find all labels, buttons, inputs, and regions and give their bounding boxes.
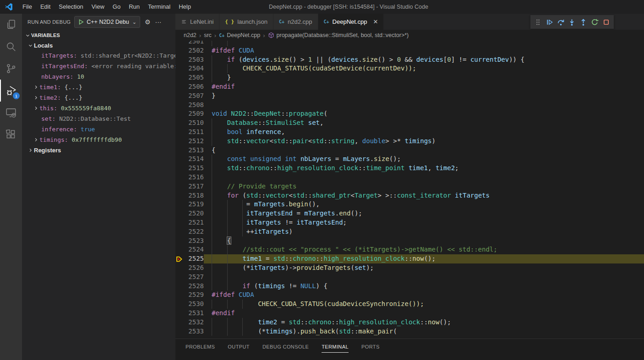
tab-DeepNet.cpp[interactable]: C+DeepNet.cpp✕	[318, 14, 384, 30]
glyph-margin[interactable]	[175, 164, 184, 173]
code-line[interactable]: 2520itTargetsEnd = mTargets.end();	[175, 209, 644, 218]
code-text[interactable]: {	[204, 236, 644, 246]
code-line[interactable]: 2507}	[175, 91, 644, 101]
gutter[interactable]: 2530	[175, 300, 204, 309]
step-over-button[interactable]	[556, 17, 566, 27]
code-text[interactable]: time2 = std::chrono::high_resolution_clo…	[204, 318, 644, 327]
glyph-margin[interactable]	[175, 118, 184, 128]
code-line[interactable]: 2516	[175, 173, 644, 182]
code-text[interactable]: // Provide targets	[204, 182, 644, 191]
menu-file[interactable]: File	[18, 0, 36, 14]
code-editor[interactable]: 25012502#ifdef CUDA2503if (devices.size(…	[175, 41, 644, 339]
menu-run[interactable]: Run	[125, 0, 144, 14]
code-line[interactable]: 2519= mTargets.begin(),	[175, 200, 644, 209]
activity-remote-explorer-icon[interactable]	[0, 102, 22, 124]
code-line[interactable]: 2529#ifdef CUDA	[175, 290, 644, 300]
continue-button[interactable]	[544, 17, 554, 27]
step-into-button[interactable]	[567, 17, 577, 27]
glyph-margin[interactable]	[175, 263, 184, 273]
gutter[interactable]: 2516	[175, 173, 204, 182]
gutter[interactable]: 2503	[175, 55, 204, 64]
gutter[interactable]: 2506	[175, 82, 204, 91]
glyph-margin[interactable]	[175, 46, 184, 55]
glyph-margin[interactable]	[175, 318, 184, 327]
variable-row-nbLayers[interactable]: nbLayers: 10	[22, 71, 175, 82]
code-text[interactable]: = mTargets.begin(),	[204, 200, 644, 209]
activity-search-icon[interactable]	[0, 36, 22, 58]
code-text[interactable]: (*timings).push_back(std::make_pair(	[204, 327, 644, 336]
menu-help[interactable]: Help	[175, 0, 195, 14]
glyph-margin[interactable]	[175, 290, 184, 300]
variable-row-set[interactable]: set: N2D2::Database::Test	[22, 113, 175, 124]
menu-selection[interactable]: Selection	[55, 0, 87, 14]
code-text[interactable]: CHECK_CUDA_STATUS(cudaSetDevice(currentD…	[204, 64, 644, 73]
variable-row-inference[interactable]: inference: true	[22, 124, 175, 134]
code-text[interactable]: #endif	[204, 82, 644, 91]
glyph-margin[interactable]	[175, 282, 184, 291]
glyph-margin[interactable]	[175, 273, 184, 282]
code-line[interactable]: 2525time1 = std::chrono::high_resolution…	[175, 254, 644, 263]
glyph-margin[interactable]	[175, 64, 184, 73]
code-text[interactable]: for (std::vector<std::shared_ptr<Target>…	[204, 191, 644, 200]
glyph-margin[interactable]	[175, 82, 184, 91]
glyph-margin[interactable]	[175, 155, 184, 164]
locals-scope-header[interactable]: Locals	[22, 40, 175, 50]
glyph-margin[interactable]	[175, 200, 184, 209]
gutter[interactable]: 2511	[175, 128, 204, 137]
activity-explorer-icon[interactable]	[0, 14, 22, 36]
code-line[interactable]: 2502#ifdef CUDA	[175, 46, 644, 55]
code-line[interactable]: 2514const unsigned int nbLayers = mLayer…	[175, 155, 644, 164]
code-text[interactable]: if (devices.size() > 1 || (devices.size(…	[204, 55, 644, 64]
activity-source-control-icon[interactable]	[0, 58, 22, 80]
code-line[interactable]: 2528if (timings != NULL) {	[175, 282, 644, 291]
gutter[interactable]: 2520	[175, 209, 204, 218]
code-text[interactable]: }	[204, 91, 644, 101]
gutter[interactable]: 2513	[175, 146, 204, 155]
code-text[interactable]: Database::StimuliSet set,	[204, 118, 644, 128]
activity-run-debug-icon[interactable]: 1	[0, 80, 22, 102]
code-line[interactable]: 2513{	[175, 146, 644, 155]
breakpoint-glyph[interactable]	[175, 254, 184, 263]
glyph-margin[interactable]	[175, 101, 184, 110]
gutter[interactable]: 2505	[175, 73, 204, 82]
code-text[interactable]: void N2D2::DeepNet::propagate(	[204, 109, 644, 118]
glyph-margin[interactable]	[175, 182, 184, 191]
code-text[interactable]: std::vector<std::pair<std::string, doubl…	[204, 137, 644, 146]
variable-row-itTargets[interactable]: itTargets: std::shared_ptr<N2D2::Targe…	[22, 50, 175, 61]
code-line[interactable]: 2503if (devices.size() > 1 || (devices.s…	[175, 55, 644, 64]
code-text[interactable]: (*itTargets)->provideTargets(set);	[204, 263, 644, 273]
glyph-margin[interactable]	[175, 191, 184, 200]
code-text[interactable]	[204, 173, 644, 182]
panel-tab-problems[interactable]: PROBLEMS	[186, 342, 215, 352]
code-text[interactable]: bool inference,	[204, 128, 644, 137]
menu-terminal[interactable]: Terminal	[144, 0, 175, 14]
tab-launch.json[interactable]: { }launch.json	[219, 14, 273, 30]
gutter[interactable]: 2512	[175, 137, 204, 146]
variable-row-time2[interactable]: time2: {...}	[22, 92, 175, 103]
restart-button[interactable]	[590, 17, 600, 27]
glyph-margin[interactable]	[175, 327, 184, 336]
gutter[interactable]: 2521	[175, 218, 204, 227]
chevron-right-icon[interactable]	[32, 105, 39, 112]
menu-edit[interactable]: Edit	[36, 0, 55, 14]
gutter[interactable]: 2529	[175, 290, 204, 300]
registers-scope-header[interactable]: Registers	[22, 145, 175, 155]
code-line[interactable]: 2527	[175, 273, 644, 282]
glyph-margin[interactable]	[175, 209, 184, 218]
launch-config-dropdown[interactable]: C++ N2D2 Debu ⌄	[74, 16, 140, 28]
gutter[interactable]: 2522	[175, 227, 204, 236]
code-text[interactable]: #ifdef CUDA	[204, 290, 644, 300]
drag-handle-icon[interactable]	[533, 17, 543, 27]
glyph-margin[interactable]	[175, 73, 184, 82]
code-text[interactable]: CHECK_CUDA_STATUS(cudaDeviceSynchronize(…	[204, 300, 644, 309]
variables-section-header[interactable]: VARIABLES	[22, 30, 175, 40]
activity-extensions-icon[interactable]	[0, 124, 22, 145]
code-line[interactable]: 2512std::vector<std::pair<std::string, d…	[175, 137, 644, 146]
menu-view[interactable]: View	[87, 0, 109, 14]
gutter[interactable]: 2525	[175, 254, 204, 263]
panel-tab-terminal[interactable]: TERMINAL	[322, 342, 349, 352]
variable-row-this[interactable]: this: 0x555559fa8840	[22, 103, 175, 113]
gutter[interactable]: 2508	[175, 101, 204, 110]
code-line[interactable]: 2530CHECK_CUDA_STATUS(cudaDeviceSynchron…	[175, 300, 644, 309]
glyph-margin[interactable]	[175, 227, 184, 236]
